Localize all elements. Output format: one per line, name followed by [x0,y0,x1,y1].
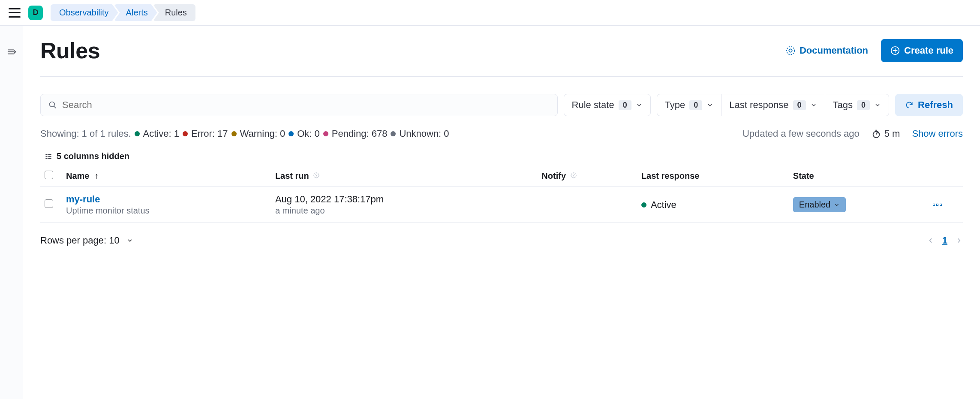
svg-point-5 [877,132,879,134]
rule-subtitle: Uptime monitor status [66,206,267,216]
col-last-response[interactable]: Last response [637,165,789,187]
tags-label: Tags [833,99,853,111]
breadcrumb-alerts[interactable]: Alerts [114,4,157,21]
dot-green-icon [641,202,646,208]
tags-filter[interactable]: Tags 0 [825,94,890,116]
row-actions-button[interactable] [933,204,959,206]
chevron-down-icon [874,102,881,108]
showing-text: Showing: 1 of 1 rules. [40,128,131,139]
notify-cell [537,187,637,223]
status-ok[interactable]: Ok: 0 [289,128,320,139]
next-page-button[interactable] [955,237,963,244]
status-active[interactable]: Active: 1 [135,128,179,139]
status-warning[interactable]: Warning: 0 [231,128,286,139]
search-field[interactable] [62,99,550,111]
table-row: my-rule Uptime monitor status Aug 10, 20… [40,187,963,223]
type-count: 0 [689,100,702,110]
refresh-label: Refresh [918,99,953,111]
side-rail [0,26,23,399]
pagination: 1 [927,235,963,246]
help-icon [313,172,320,179]
tags-count: 0 [857,100,870,110]
status-error[interactable]: Error: 17 [183,128,228,139]
menu-toggle[interactable] [9,8,21,18]
sort-asc-icon: ↑ [94,171,99,180]
divider [40,76,963,77]
state-badge[interactable]: Enabled [793,197,846,212]
rules-table: Name ↑ Last run Notify Last response Sta… [40,165,963,223]
avatar[interactable]: D [28,6,43,20]
show-errors-link[interactable]: Show errors [912,128,963,139]
columns-hidden-button[interactable]: 5 columns hidden [40,151,963,161]
expand-sidebar-icon[interactable] [7,47,16,399]
dot-pink-icon [323,131,328,136]
stopwatch-icon [872,129,881,138]
create-rule-label: Create rule [904,45,953,56]
status-pending[interactable]: Pending: 678 [323,128,388,139]
search-icon [48,101,57,109]
col-state[interactable]: State [789,165,929,187]
plus-circle-icon [890,46,900,55]
chevron-down-icon [834,202,840,208]
updated-text: Updated a few seconds ago [743,128,860,139]
dot-blue-icon [289,131,294,136]
page-title: Rules [40,38,100,63]
dot-yellow-icon [231,131,237,136]
chevron-down-icon [810,102,817,108]
dot-green-icon [135,131,140,136]
col-notify[interactable]: Notify [537,165,637,187]
chevron-down-icon [126,237,133,244]
chevron-down-icon [706,102,713,108]
type-filter[interactable]: Type 0 [657,94,722,116]
dot-red-icon [183,131,188,136]
breadcrumb-rules: Rules [153,4,195,21]
help-icon [786,46,795,55]
rule-name-link[interactable]: my-rule [66,194,267,205]
rows-per-page-selector[interactable]: Rows per page: 10 [40,235,133,246]
status-unknown[interactable]: Unknown: 0 [391,128,449,139]
avatar-letter: D [33,8,39,17]
help-icon [570,172,577,179]
rows-per-page-label: Rows per page: 10 [40,235,120,246]
columns-icon [45,153,52,160]
prev-page-button[interactable] [927,237,935,244]
breadcrumb: Observability Alerts Rules [51,4,195,21]
documentation-label: Documentation [800,45,868,56]
refresh-button[interactable]: Refresh [895,94,963,116]
col-last-run[interactable]: Last run [271,165,537,187]
rule-state-count: 0 [619,100,631,110]
svg-point-0 [787,47,794,54]
row-checkbox[interactable] [45,199,53,208]
dot-gray-icon [391,131,396,136]
rule-state-label: Rule state [572,99,614,111]
page-number[interactable]: 1 [942,235,947,246]
type-label: Type [665,99,685,111]
last-run-relative: a minute ago [275,206,533,216]
last-response-value: Active [641,199,785,211]
last-response-filter[interactable]: Last response 0 [721,94,825,116]
last-response-label: Last response [729,99,788,111]
columns-hidden-label: 5 columns hidden [57,151,129,161]
refresh-icon [905,101,914,109]
breadcrumb-observability[interactable]: Observability [51,4,118,21]
last-run-time: Aug 10, 2022 17:38:17pm [275,194,533,205]
documentation-link[interactable]: Documentation [786,45,868,56]
select-all-checkbox[interactable] [45,171,53,179]
search-input[interactable] [40,94,558,116]
last-response-count: 0 [793,100,806,110]
interval-selector[interactable]: 5 m [872,128,900,139]
create-rule-button[interactable]: Create rule [881,39,963,62]
col-name[interactable]: Name ↑ [62,165,271,187]
chevron-down-icon [636,102,643,108]
state-label: Enabled [799,200,830,210]
svg-point-1 [789,49,792,52]
rule-state-filter[interactable]: Rule state 0 [564,94,651,116]
interval-value: 5 m [884,128,900,139]
